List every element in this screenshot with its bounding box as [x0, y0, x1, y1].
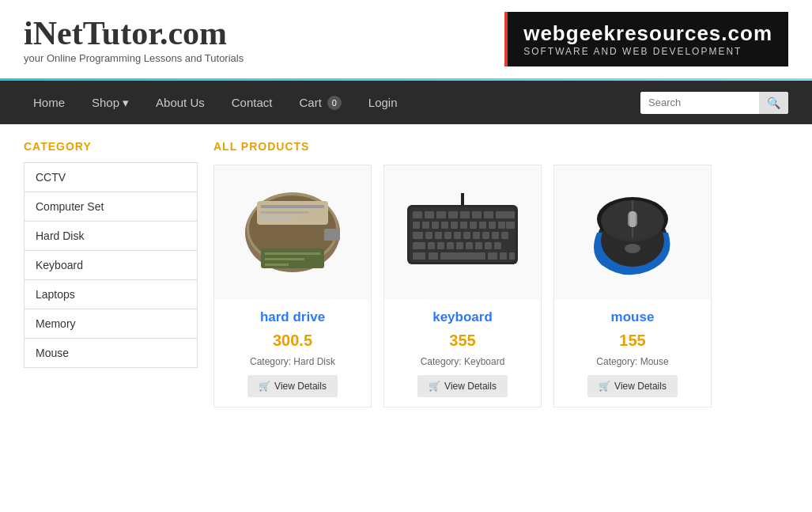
category-item-computer-set[interactable]: Computer Set [25, 192, 197, 222]
hard-drive-icon [237, 185, 348, 280]
svg-rect-53 [413, 252, 425, 260]
keyboard-icon [403, 189, 522, 276]
svg-rect-4 [265, 252, 320, 255]
view-details-hard-drive[interactable]: 🛒 View Details [247, 375, 338, 397]
svg-rect-46 [437, 242, 444, 249]
svg-rect-33 [506, 222, 515, 229]
svg-rect-17 [448, 211, 458, 218]
search-input[interactable] [640, 92, 759, 113]
svg-rect-48 [456, 242, 463, 249]
banner: webgeekresources.com SOFTWARE AND WEB DE… [504, 12, 788, 66]
products-title: ALL PRODUCTS [213, 140, 788, 153]
products-section: ALL PRODUCTS [213, 140, 788, 408]
product-info-mouse: mouse 155 Category: Mouse 🛒 View Details [554, 300, 711, 407]
svg-rect-47 [447, 242, 454, 249]
product-info-keyboard: keyboard 355 Category: Keyboard 🛒 View D… [384, 300, 541, 407]
nav-shop[interactable]: Shop ▾ [82, 89, 138, 116]
product-image-mouse [554, 165, 711, 300]
view-details-mouse[interactable]: 🛒 View Details [587, 375, 678, 397]
svg-rect-31 [489, 222, 496, 229]
product-name-hard-drive: hard drive [224, 309, 361, 325]
banner-site-name: webgeekresources.com [523, 21, 772, 46]
category-item-laptops[interactable]: Laptops [25, 280, 197, 309]
product-card-hard-drive: hard drive 300.5 Category: Hard Disk 🛒 V… [213, 165, 372, 408]
svg-rect-38 [454, 232, 461, 239]
svg-rect-27 [451, 222, 458, 229]
sidebar-title: CATEGORY [24, 140, 198, 153]
svg-rect-66 [629, 211, 636, 227]
svg-rect-30 [479, 222, 486, 229]
svg-rect-28 [460, 222, 467, 229]
svg-rect-57 [500, 252, 507, 260]
category-item-keyboard[interactable]: Keyboard [25, 251, 197, 280]
product-price-mouse: 155 [564, 332, 701, 350]
search-box: 🔍 [640, 92, 788, 114]
svg-rect-25 [432, 222, 439, 229]
product-price-keyboard: 355 [394, 332, 531, 350]
view-details-keyboard[interactable]: 🛒 View Details [417, 375, 508, 397]
cart-icon-keyboard: 🛒 [429, 381, 440, 392]
svg-rect-51 [485, 242, 492, 249]
svg-rect-55 [440, 252, 485, 260]
logo: iNetTutor.com your Online Programming Le… [24, 14, 244, 64]
svg-rect-41 [482, 232, 489, 239]
category-item-mouse[interactable]: Mouse [25, 339, 197, 367]
nav-links: Home Shop ▾ About Us Contact Cart 0 Logi… [24, 89, 407, 116]
logo-title: iNetTutor.com [24, 14, 244, 52]
product-category-hard-drive: Category: Hard Disk [224, 356, 361, 367]
nav-contact[interactable]: Contact [222, 89, 282, 116]
product-name-keyboard: keyboard [394, 309, 531, 325]
svg-rect-52 [494, 242, 501, 249]
product-card-keyboard: keyboard 355 Category: Keyboard 🛒 View D… [383, 165, 542, 408]
svg-rect-44 [413, 242, 425, 249]
product-name-mouse: mouse [564, 309, 701, 325]
svg-rect-22 [504, 211, 515, 218]
nav-login[interactable]: Login [359, 89, 407, 116]
nav-cart[interactable]: Cart 0 [289, 89, 350, 116]
svg-rect-42 [492, 232, 499, 239]
svg-rect-26 [441, 222, 448, 229]
svg-rect-24 [422, 222, 429, 229]
svg-rect-23 [413, 222, 420, 229]
svg-rect-18 [460, 211, 470, 218]
svg-rect-49 [466, 242, 473, 249]
svg-rect-10 [261, 217, 293, 219]
product-category-mouse: Category: Mouse [564, 356, 701, 367]
svg-rect-15 [425, 211, 434, 218]
svg-rect-36 [435, 232, 442, 239]
navbar: Home Shop ▾ About Us Contact Cart 0 Logi… [0, 81, 812, 124]
cart-count: 0 [327, 96, 342, 110]
product-category-keyboard: Category: Keyboard [394, 356, 531, 367]
category-item-memory[interactable]: Memory [25, 309, 197, 339]
cart-icon: 🛒 [259, 381, 270, 392]
svg-rect-54 [429, 252, 438, 260]
svg-rect-32 [498, 222, 505, 229]
product-image-hard-drive [214, 165, 371, 300]
svg-rect-16 [436, 211, 446, 218]
logo-subtitle: your Online Programming Lessons and Tuto… [24, 52, 244, 64]
svg-rect-11 [324, 229, 340, 241]
mouse-icon [581, 189, 684, 276]
category-list: CCTV Computer Set Hard Disk Keyboard Lap… [24, 162, 198, 368]
svg-point-67 [625, 244, 640, 253]
nav-about[interactable]: About Us [146, 89, 214, 116]
cart-icon-mouse: 🛒 [599, 381, 610, 392]
category-item-cctv[interactable]: CCTV [25, 163, 197, 192]
svg-rect-45 [428, 242, 435, 249]
category-item-hard-disk[interactable]: Hard Disk [25, 222, 197, 251]
svg-rect-50 [475, 242, 482, 249]
sidebar: CATEGORY CCTV Computer Set Hard Disk Key… [24, 140, 198, 408]
svg-rect-5 [265, 258, 304, 260]
svg-rect-58 [509, 252, 515, 260]
svg-rect-14 [413, 211, 422, 218]
nav-home[interactable]: Home [24, 89, 74, 116]
chevron-down-icon: ▾ [123, 96, 129, 110]
svg-rect-39 [463, 232, 470, 239]
svg-rect-40 [473, 232, 480, 239]
search-button[interactable]: 🔍 [759, 92, 788, 114]
products-grid: hard drive 300.5 Category: Hard Disk 🛒 V… [213, 165, 788, 408]
svg-rect-34 [413, 232, 423, 239]
product-image-keyboard [384, 165, 541, 300]
svg-rect-37 [444, 232, 451, 239]
svg-rect-56 [488, 252, 497, 260]
